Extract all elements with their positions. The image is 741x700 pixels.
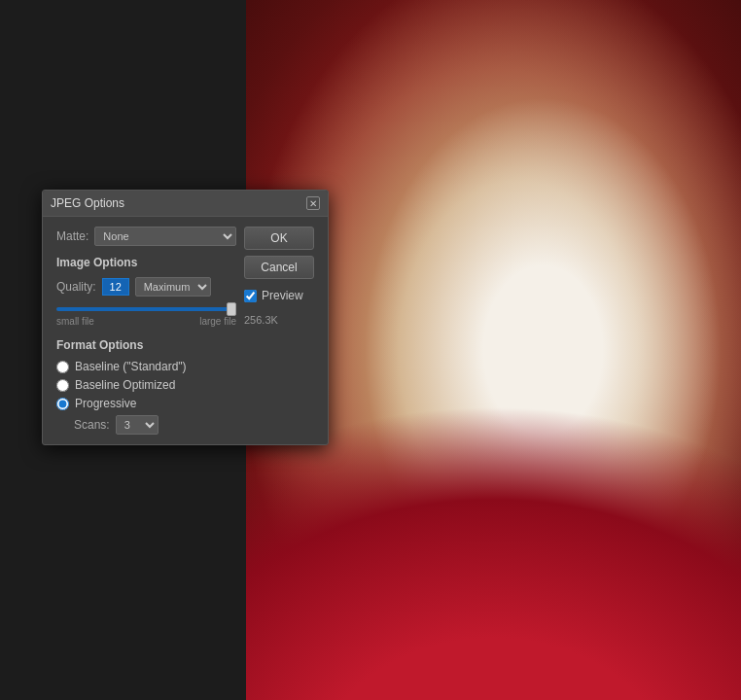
preview-checkbox[interactable] <box>244 290 257 302</box>
ok-button[interactable]: OK <box>244 227 314 250</box>
quality-select[interactable]: Low Medium High Very High Maximum <box>135 277 211 297</box>
quality-slider[interactable] <box>56 307 236 311</box>
preview-label: Preview <box>262 289 303 302</box>
baseline-optimized-label: Baseline Optimized <box>75 378 175 392</box>
dialog-body: Matte: None Image Options Quality: Low M… <box>43 217 328 444</box>
baseline-optimized-radio[interactable] <box>56 379 69 392</box>
quality-slider-container: small file large file <box>56 300 236 327</box>
quality-row: Quality: Low Medium High Very High Maxim… <box>56 277 236 297</box>
quality-input[interactable] <box>102 278 129 296</box>
baseline-standard-row: Baseline ("Standard") <box>56 360 236 373</box>
format-options-section: Format Options Baseline ("Standard") Bas… <box>56 338 236 435</box>
matte-row: Matte: None <box>56 227 236 246</box>
scans-label: Scans: <box>74 418 110 432</box>
matte-select[interactable]: None <box>94 227 236 246</box>
slider-labels: small file large file <box>56 316 236 327</box>
dialog-title: JPEG Options <box>51 196 124 210</box>
image-options-header: Image Options <box>56 256 236 269</box>
dialog-titlebar: JPEG Options ✕ <box>43 191 328 217</box>
preview-row: Preview <box>244 289 314 302</box>
slider-min-label: small file <box>56 316 94 327</box>
jpeg-options-dialog: JPEG Options ✕ Matte: None Image Options… <box>42 190 329 445</box>
progressive-row: Progressive <box>56 397 236 410</box>
scans-row: Scans: 3 4 5 <box>74 415 236 435</box>
dialog-left-panel: Matte: None Image Options Quality: Low M… <box>56 227 236 435</box>
matte-label: Matte: <box>56 229 88 243</box>
baseline-standard-label: Baseline ("Standard") <box>75 360 187 373</box>
dialog-right-panel: OK Cancel Preview 256.3K <box>244 227 314 435</box>
baseline-standard-radio[interactable] <box>56 361 69 373</box>
baseline-optimized-row: Baseline Optimized <box>56 378 236 392</box>
filesize-display: 256.3K <box>244 314 314 326</box>
slider-max-label: large file <box>199 316 236 327</box>
format-options-header: Format Options <box>56 338 236 352</box>
cancel-button[interactable]: Cancel <box>244 256 314 279</box>
progressive-label: Progressive <box>75 397 136 410</box>
quality-label: Quality: <box>56 280 96 294</box>
image-options-section: Image Options Quality: Low Medium High V… <box>56 256 236 327</box>
progressive-radio[interactable] <box>56 398 69 410</box>
scans-select[interactable]: 3 4 5 <box>116 415 159 435</box>
dialog-close-button[interactable]: ✕ <box>306 196 320 210</box>
